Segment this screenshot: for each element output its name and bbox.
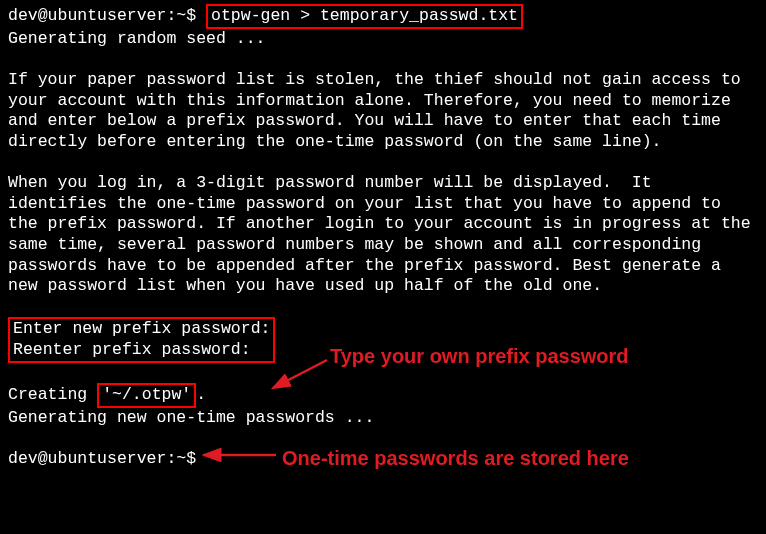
annotation-storage-location: One-time passwords are stored here bbox=[282, 446, 629, 471]
terminal-line-creating: Creating '~/.otpw'. bbox=[8, 383, 758, 408]
terminal-line-prompt1: dev@ubuntuserver:~$ otpw-gen > temporary… bbox=[8, 4, 758, 29]
highlighted-otpw-path: '~/.otpw' bbox=[97, 383, 196, 408]
terminal-paragraph-1: If your paper password list is stolen, t… bbox=[8, 70, 758, 153]
creating-prefix-text: Creating bbox=[8, 385, 97, 404]
reenter-prefix-line: Reenter prefix password: bbox=[13, 340, 270, 361]
terminal-line-generating-new: Generating new one-time passwords ... bbox=[8, 408, 758, 429]
arrow-icon bbox=[265, 358, 335, 398]
enter-new-prefix-line: Enter new prefix password: bbox=[13, 319, 270, 340]
terminal-line-blank bbox=[8, 49, 758, 70]
svg-line-1 bbox=[273, 360, 327, 388]
annotation-prefix-password: Type your own prefix password bbox=[330, 344, 629, 369]
shell-prompt: dev@ubuntuserver:~$ bbox=[8, 6, 206, 25]
terminal-line-generating-seed: Generating random seed ... bbox=[8, 29, 758, 50]
terminal-line-blank bbox=[8, 152, 758, 173]
highlighted-command: otpw-gen > temporary_passwd.txt bbox=[206, 4, 523, 29]
terminal-line-blank bbox=[8, 297, 758, 318]
terminal-paragraph-2: When you log in, a 3-digit password numb… bbox=[8, 173, 758, 297]
creating-suffix-text: . bbox=[196, 385, 206, 404]
highlighted-prefix-prompts: Enter new prefix password: Reenter prefi… bbox=[8, 317, 275, 362]
arrow-icon bbox=[198, 448, 280, 462]
